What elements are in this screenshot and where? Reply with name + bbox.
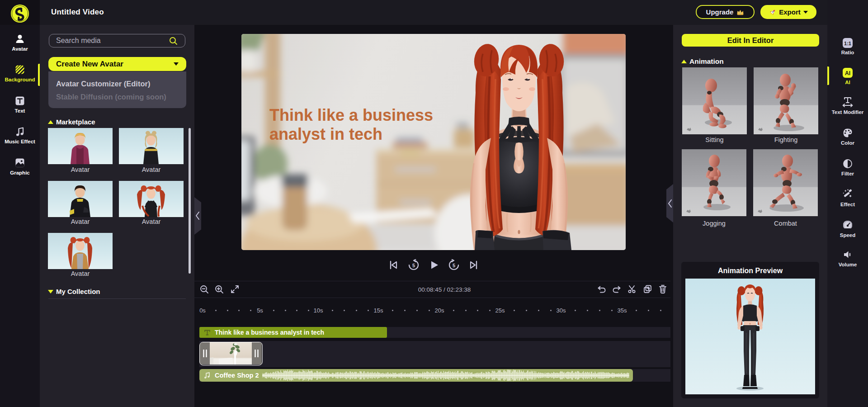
svg-text:1:1: 1:1 <box>844 41 851 46</box>
svg-text:Think like a business: Think like a business <box>269 106 433 124</box>
svg-text:analyst in tech: analyst in tech <box>269 125 382 143</box>
svg-text:5: 5 <box>412 263 415 268</box>
svg-text:AI: AI <box>845 70 850 76</box>
svg-text:5: 5 <box>453 263 455 268</box>
